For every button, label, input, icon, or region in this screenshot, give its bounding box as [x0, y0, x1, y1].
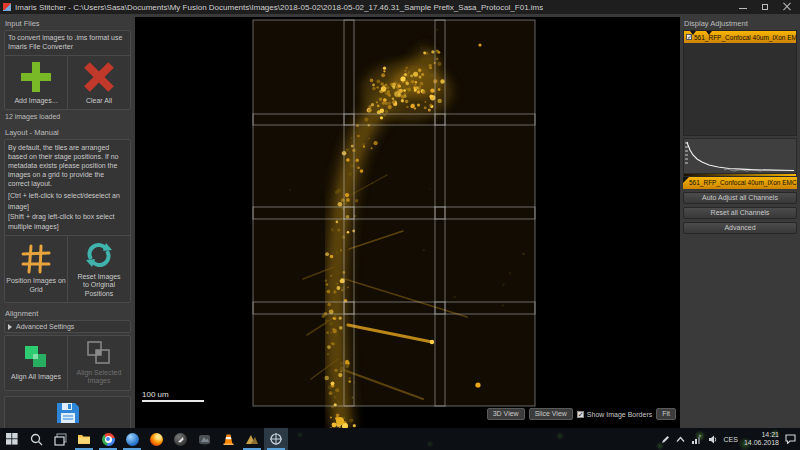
red-x-icon — [82, 60, 116, 94]
language-indicator[interactable]: CES — [724, 436, 738, 443]
advanced-button[interactable]: Advanced — [683, 222, 797, 234]
window-title: Imaris Stitcher - C:\Users\Sasa\Document… — [15, 3, 543, 12]
reset-channels-button[interactable]: Reset all Channels — [683, 207, 797, 219]
vlc-cone-icon — [222, 433, 235, 446]
view-controls: 3D View Slice View ✓ Show Image Borders … — [487, 408, 676, 420]
channel-list: ✓ 561_RFP_Confocal 40um_iXon EMCCD — [683, 30, 797, 136]
show-image-borders-label: Show Image Borders — [587, 411, 652, 418]
imaris-stitcher-window: Imaris Stitcher - C:\Users\Sasa\Document… — [0, 0, 800, 450]
windows-taskbar: * CES 14:21 14.06.2018 — [0, 428, 800, 450]
alignment-header: Alignment — [5, 309, 131, 318]
scale-bar-line — [142, 400, 204, 402]
taskbar-clock[interactable]: 14:21 14.06.2018 — [744, 431, 779, 447]
taskbar-browser-blue[interactable] — [120, 428, 144, 450]
layout-hint-2: [Shift + drag left-click to box select m… — [8, 212, 127, 232]
checkbox-check-icon: ✓ — [577, 411, 584, 418]
taskbar-date: 14.06.2018 — [744, 439, 779, 447]
stitching-viewport[interactable]: 100 um 3D View Slice View ✓ Show Image B… — [135, 14, 680, 428]
layout-hint-1: [Ctrl + left-click to select/deselect an… — [8, 191, 127, 211]
align-all-button[interactable]: Align All Images — [5, 336, 67, 390]
range-marker-min[interactable] — [690, 31, 696, 35]
align-all-icon — [22, 344, 50, 370]
taskbar-time: 14:21 — [744, 431, 779, 439]
app-icon — [3, 3, 11, 11]
pen-icon[interactable] — [661, 435, 670, 444]
minimize-button[interactable] — [739, 3, 747, 11]
task-view-icon — [54, 433, 67, 446]
volume-icon[interactable] — [708, 435, 718, 444]
folder-icon — [77, 433, 91, 445]
channel-range-bar[interactable]: 561_RFP_Confocal 40um_iXon EMCCD — [683, 177, 797, 189]
svg-text:*: * — [699, 435, 701, 440]
collapsed-arrow-icon — [8, 324, 12, 330]
taskbar-app-gray[interactable] — [192, 428, 216, 450]
mountain-icon — [245, 433, 259, 445]
microscopy-image — [135, 17, 680, 428]
scale-bar: 100 um — [142, 390, 204, 402]
range-handle-icon — [683, 177, 689, 183]
blue-globe-icon — [126, 433, 139, 446]
stitcher-target-icon — [269, 432, 283, 446]
firefox-icon — [150, 433, 163, 446]
channel-name-bar: 561_RFP_Confocal 40um_iXon EMCCD — [689, 179, 797, 186]
left-panel: Input Files To convert images to .ims fo… — [0, 14, 135, 428]
align-selected-icon — [85, 340, 113, 366]
input-files-group: To convert images to .ims format use Ima… — [4, 30, 131, 110]
right-panel: Display Adjustment ✓ 561_RFP_Confocal 40… — [680, 14, 800, 428]
fit-button[interactable]: Fit — [656, 408, 676, 420]
windows-logo-icon — [6, 433, 18, 445]
action-center-icon[interactable] — [785, 434, 796, 444]
maximize-button[interactable] — [761, 3, 769, 11]
taskbar-vlc[interactable] — [216, 428, 240, 450]
scale-bar-label: 100 um — [142, 390, 204, 399]
system-tray: * CES 14:21 14.06.2018 — [661, 428, 800, 450]
view-3d-button[interactable]: 3D View — [487, 408, 525, 420]
clear-all-button[interactable]: Clear All — [67, 56, 130, 109]
reset-label-line1: Reset Images — [77, 273, 120, 280]
reset-label-line2: to Original Positions — [83, 281, 115, 296]
add-images-button[interactable]: Add Images... — [5, 56, 67, 109]
network-icon[interactable]: * — [691, 435, 702, 444]
taskbar-app-rocket[interactable] — [168, 428, 192, 450]
channel-list-item[interactable]: ✓ 561_RFP_Confocal 40um_iXon EMCCD — [684, 31, 796, 43]
close-button[interactable] — [783, 3, 791, 11]
reset-arrows-icon — [84, 240, 114, 270]
input-files-header: Input Files — [5, 19, 131, 28]
converter-hint: To convert images to .ims format use Ima… — [5, 31, 130, 56]
layout-header: Layout - Manual — [5, 128, 131, 137]
hidden-icons-chevron[interactable] — [676, 436, 685, 443]
floppy-disk-icon — [55, 401, 81, 425]
grid-icon — [21, 244, 51, 274]
align-group: Align All Images Align Selected Images — [4, 335, 131, 391]
images-loaded-status: 12 images loaded — [5, 113, 131, 120]
start-button[interactable] — [0, 428, 24, 450]
taskbar-chrome[interactable] — [96, 428, 120, 450]
advanced-settings-toggle[interactable]: Advanced Settings — [4, 320, 131, 333]
position-on-grid-button[interactable]: Position Images on Grid — [5, 236, 67, 302]
reset-positions-button[interactable]: Reset Images to Original Positions — [67, 236, 130, 302]
range-marker-max[interactable] — [706, 31, 712, 35]
taskbar-search-button[interactable] — [24, 428, 48, 450]
task-view-button[interactable] — [48, 428, 72, 450]
taskbar-file-explorer[interactable] — [72, 428, 96, 450]
layout-group: By default, the tiles are arranged based… — [4, 139, 131, 303]
advanced-settings-label: Advanced Settings — [16, 323, 74, 330]
layout-description: By default, the tiles are arranged based… — [5, 140, 130, 191]
auto-adjust-button[interactable]: Auto Adjust all Channels — [683, 192, 797, 204]
histogram-curve — [684, 139, 796, 173]
align-selected-button[interactable]: Align Selected Images — [67, 336, 130, 390]
taskbar-firefox[interactable] — [144, 428, 168, 450]
show-image-borders-checkbox[interactable]: ✓ Show Image Borders — [577, 411, 652, 418]
display-adjustment-header: Display Adjustment — [684, 19, 797, 28]
search-icon — [30, 433, 43, 446]
taskbar-imaris-stitcher-active[interactable] — [264, 428, 288, 450]
layout-hints: [Ctrl + left-click to select/deselect an… — [5, 191, 130, 236]
rocket-app-icon — [174, 433, 187, 446]
histogram[interactable] — [683, 138, 797, 174]
view-slice-button[interactable]: Slice View — [529, 408, 573, 420]
chrome-icon — [102, 433, 115, 446]
titlebar: Imaris Stitcher - C:\Users\Sasa\Document… — [0, 0, 800, 14]
taskbar-imaris[interactable] — [240, 428, 264, 450]
gray-app-icon — [198, 433, 211, 446]
plus-icon — [19, 60, 53, 94]
